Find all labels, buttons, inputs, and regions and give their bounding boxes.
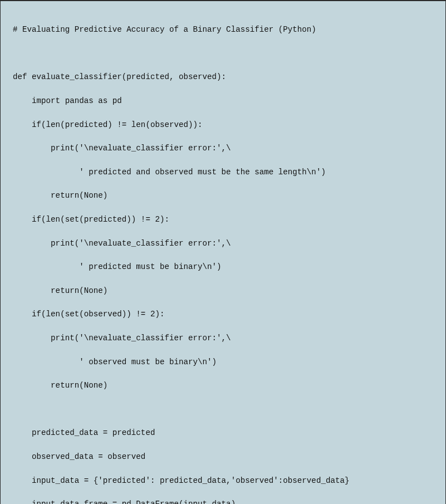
code-line: if(len(predicted) != len(observed)):: [13, 119, 433, 131]
code-line: ' predicted and observed must be the sam…: [13, 167, 433, 178]
code-line: def evaluate_classifier(predicted, obser…: [13, 71, 433, 83]
code-line: ' predicted must be binary\n'): [13, 261, 433, 273]
code-line: print('\nevaluate_classifier error:',\: [13, 332, 433, 344]
code-listing: # Evaluating Predictive Accuracy of a Bi…: [0, 0, 446, 504]
code-line: if(len(set(observed)) != 2):: [13, 309, 433, 320]
code-line: predicted_data = predicted: [13, 427, 433, 439]
code-line: return(None): [13, 380, 433, 392]
code-line: ' observed must be binary\n'): [13, 356, 433, 368]
code-line: # Evaluating Predictive Accuracy of a Bi…: [13, 24, 433, 36]
code-line: [13, 48, 433, 60]
code-line: [13, 404, 433, 415]
code-line: input_data = {'predicted': predicted_dat…: [13, 475, 433, 487]
code-line: observed_data = observed: [13, 451, 433, 463]
code-line: print('\nevaluate_classifier error:',\: [13, 238, 433, 249]
code-line: return(None): [13, 190, 433, 202]
code-line: print('\nevaluate_classifier error:',\: [13, 143, 433, 154]
code-line: import pandas as pd: [13, 95, 433, 107]
code-line: return(None): [13, 285, 433, 297]
code-line: input_data_frame = pd.DataFrame(input_da…: [13, 498, 433, 504]
code-line: if(len(set(predicted)) != 2):: [13, 214, 433, 226]
